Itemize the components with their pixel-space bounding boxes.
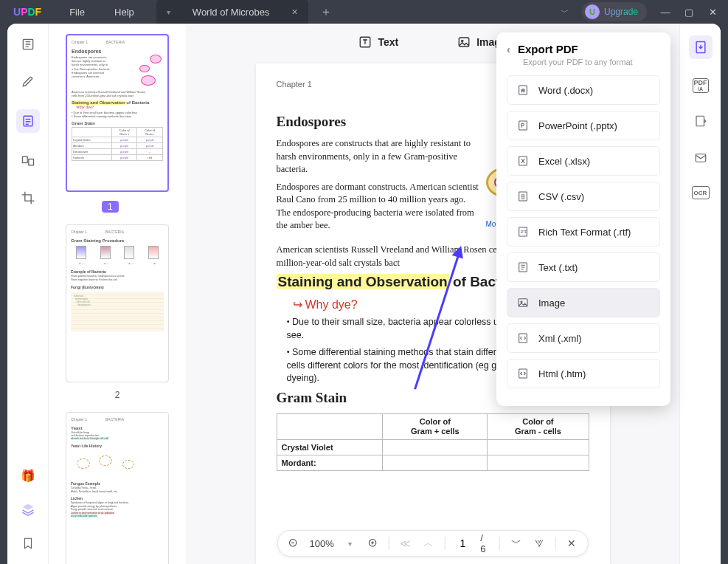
csv-icon (516, 190, 530, 203)
title-bar: UPDF File Help ▾ World of Microbes × ＋ ﹀… (0, 0, 728, 24)
thumbnail-1-number: 1 (102, 201, 119, 213)
export-csv[interactable]: CSV (.csv) (507, 182, 660, 211)
zoom-in-button[interactable] (366, 537, 380, 549)
svg-rect-5 (459, 38, 469, 47)
right-rail: PDF/A OCR (679, 24, 721, 564)
workspace: 🎁 Chapter 1 BACTERIA Endospores Endospor… (7, 24, 721, 564)
text-icon (358, 35, 372, 49)
svg-point-20 (521, 301, 522, 303)
export-text[interactable]: Text (.txt) (507, 252, 660, 282)
minimize-button[interactable]: — (660, 7, 670, 17)
export-powerpoint[interactable]: PowerPoint (.pptx) (507, 111, 660, 140)
html-icon (516, 367, 530, 380)
excel-icon (516, 154, 530, 168)
bottom-toolbar: 100% ▾ ≪ ︿ / 6 ﹀ ⩔ ✕ (277, 530, 588, 557)
svg-rect-15 (519, 192, 527, 201)
ocr-icon[interactable]: OCR (692, 186, 710, 199)
close-window-button[interactable]: ✕ (707, 7, 718, 17)
svg-rect-19 (519, 299, 527, 307)
upgrade-button[interactable]: U Upgrade (582, 2, 647, 21)
annotate-icon[interactable] (19, 72, 37, 90)
svg-rect-10 (696, 116, 704, 126)
gram-stain-table: Color ofGram + cellsColor ofGram - cells… (277, 413, 589, 471)
maximize-button[interactable]: ▢ (684, 7, 694, 17)
page-total: / 6 (480, 532, 490, 554)
left-rail: 🎁 (7, 24, 49, 564)
export-excel[interactable]: Excel (.xlsx) (507, 146, 660, 176)
export-html[interactable]: Html (.htm) (507, 359, 660, 388)
upgrade-avatar: U (585, 4, 600, 19)
svg-rect-11 (696, 154, 706, 162)
menu-file[interactable]: File (55, 7, 100, 18)
reader-mode-icon[interactable] (19, 35, 37, 53)
export-panel-subtitle: Export your PDF to any format (523, 58, 660, 66)
next-page-button[interactable]: ﹀ (509, 537, 523, 550)
thumbnails-panel: Chapter 1 BACTERIA Endospores Endospores… (49, 24, 186, 564)
close-toolbar-button[interactable]: ✕ (565, 537, 579, 549)
export-word[interactable]: Word (.docx) (507, 75, 660, 105)
page-input[interactable] (454, 537, 471, 549)
document-tab[interactable]: ▾ World of Microbes × (156, 0, 308, 24)
tool-text[interactable]: Text (358, 35, 398, 49)
tab-title: World of Microbes (193, 7, 270, 18)
app-logo: UPDF (0, 6, 55, 18)
last-page-button[interactable]: ⩔ (532, 537, 546, 549)
text-file-icon (516, 261, 530, 274)
export-pdf-panel: ‹ Export PDF Export your PDF to any form… (496, 32, 670, 406)
tabs-chevron-icon[interactable]: ﹀ (561, 7, 569, 18)
thumbnail-1[interactable]: Chapter 1 BACTERIA Endospores Endospores… (66, 34, 169, 192)
chevron-down-icon[interactable]: ▾ (167, 8, 170, 16)
word-icon (516, 83, 530, 97)
svg-rect-2 (22, 157, 27, 162)
thumbnail-2[interactable]: Chapter 1 BACTERIA Gram Staining Procedu… (66, 224, 169, 382)
svg-text:RTF: RTF (521, 230, 527, 234)
svg-rect-3 (28, 159, 33, 165)
xml-icon (516, 331, 530, 345)
image-file-icon (516, 296, 530, 309)
export-image[interactable]: Image (507, 288, 660, 317)
zoom-out-button[interactable] (286, 537, 300, 549)
bookmark-icon[interactable] (19, 534, 37, 552)
layers-icon[interactable] (19, 501, 37, 518)
back-icon[interactable]: ‹ (507, 43, 510, 55)
menu-help[interactable]: Help (100, 7, 149, 18)
first-page-button[interactable]: ≪ (398, 537, 412, 549)
upgrade-label: Upgrade (604, 7, 638, 17)
tool-text-label: Text (378, 36, 398, 48)
close-tab-icon[interactable]: × (291, 6, 297, 18)
prev-page-button[interactable]: ︿ (421, 537, 435, 550)
thumbnail-2-number: 2 (56, 390, 178, 400)
export-xml[interactable]: Xml (.xml) (507, 323, 660, 353)
thumbnail-3[interactable]: Chapter 1 BACTERIA Yeast Unicellular fun… (66, 412, 169, 564)
save-icon[interactable] (692, 112, 710, 130)
mail-icon[interactable] (692, 149, 710, 167)
gift-icon[interactable]: 🎁 (19, 467, 37, 484)
export-pdf-icon[interactable] (689, 35, 713, 59)
export-panel-title: Export PDF (518, 43, 578, 55)
edit-pdf-icon[interactable] (16, 109, 40, 133)
crop-icon[interactable] (19, 189, 37, 207)
powerpoint-icon (516, 119, 530, 132)
organize-pages-icon[interactable] (19, 152, 37, 170)
rtf-icon: RTF (516, 225, 530, 238)
image-icon (457, 35, 471, 49)
zoom-dropdown-icon[interactable]: ▾ (343, 540, 357, 548)
add-tab-button[interactable]: ＋ (320, 4, 332, 20)
svg-point-6 (462, 40, 463, 41)
pdfa-icon[interactable]: PDF/A (693, 78, 709, 93)
zoom-level[interactable]: 100% (309, 538, 333, 549)
export-rtf[interactable]: RTFRich Text Format (.rtf) (507, 217, 660, 247)
